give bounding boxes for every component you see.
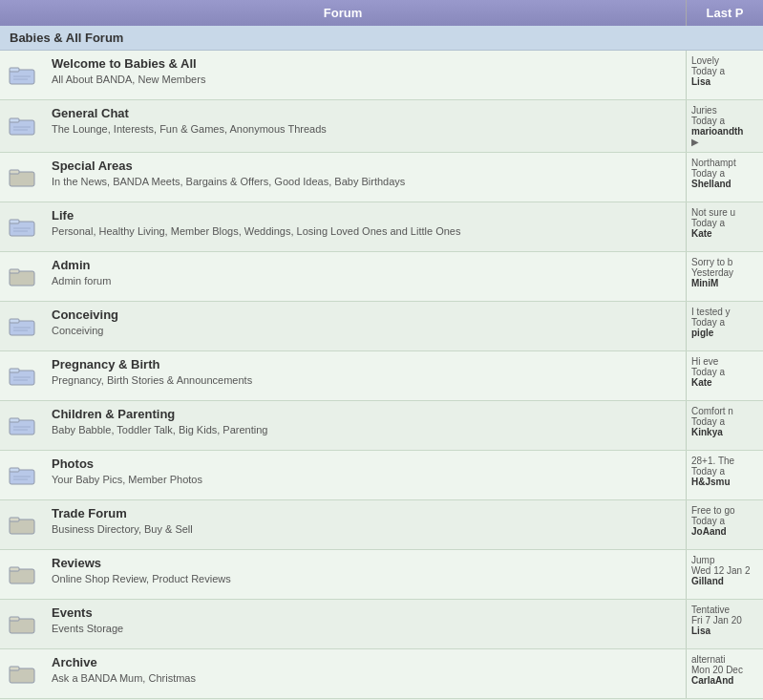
forum-title-photos[interactable]: Photos <box>52 456 678 471</box>
last-post-date: Today a <box>691 416 758 427</box>
last-post-date: Fri 7 Jan 20 <box>691 615 758 626</box>
forum-link-admin[interactable]: Admin <box>52 258 90 272</box>
forum-last-children-parenting: Comfort n Today a Kinkya <box>687 401 763 450</box>
forum-link-general-chat[interactable]: General Chat <box>52 106 129 120</box>
folder-icon <box>9 465 35 486</box>
forum-link-reviews[interactable]: Reviews <box>52 556 101 570</box>
forum-content-special-areas: Special AreasIn the News, BANDA Meets, B… <box>44 153 687 202</box>
last-post-user: Kate <box>691 228 758 239</box>
last-post-date: Today a <box>691 168 758 179</box>
forum-link-children-parenting[interactable]: Children & Parenting <box>52 407 175 421</box>
forum-last-admin: Sorry to b Yesterday MiniM <box>687 252 763 301</box>
forum-last-photos: 28+1. The Today a H&Jsmu <box>687 451 763 499</box>
forum-last-reviews: Jump Wed 12 Jan 2 Gilland <box>687 550 763 599</box>
forum-link-trade-forum[interactable]: Trade Forum <box>52 506 127 520</box>
last-post-user: CarlaAnd <box>691 675 758 686</box>
forum-desc-conceiving: Conceiving <box>52 324 678 338</box>
folder-icon <box>9 316 35 337</box>
forum-content-events: EventsEvents Storage <box>44 600 687 648</box>
forum-icon-welcome <box>0 51 44 99</box>
folder-icon <box>9 366 35 387</box>
last-post-text: Hi eve <box>691 356 758 367</box>
last-post-user: MiniM <box>691 278 758 288</box>
last-post-date: Today a <box>691 466 758 477</box>
svg-rect-17 <box>10 319 19 323</box>
forum-icon-pregnancy-birth <box>0 351 44 400</box>
forum-link-conceiving[interactable]: Conceiving <box>52 308 118 322</box>
last-post-date: Today a <box>691 516 758 526</box>
forum-desc-life: Personal, Healthy Living, Member Blogs, … <box>52 224 678 239</box>
last-post-text: Northampt <box>691 158 758 168</box>
last-post-user: Lisa <box>691 76 758 87</box>
forum-desc-pregnancy-birth: Pregnancy, Birth Stories & Announcements <box>52 373 678 388</box>
forum-content-reviews: ReviewsOnline Shop Review, Product Revie… <box>44 550 687 599</box>
forum-row-trade-forum: Trade ForumBusiness Directory, Buy & Sel… <box>0 500 763 550</box>
forum-title-conceiving[interactable]: Conceiving <box>52 308 678 322</box>
forum-last-conceiving: I tested y Today a pigle <box>687 302 763 350</box>
forum-content-pregnancy-birth: Pregnancy & BirthPregnancy, Birth Storie… <box>44 351 687 400</box>
forum-link-special-areas[interactable]: Special Areas <box>52 159 133 173</box>
forum-title-pregnancy-birth[interactable]: Pregnancy & Birth <box>52 357 678 371</box>
forum-title-special-areas[interactable]: Special Areas <box>52 159 678 173</box>
folder-icon <box>9 515 35 536</box>
forum-row-events: EventsEvents Storage Tentative Fri 7 Jan… <box>0 600 763 649</box>
forum-content-general-chat: General ChatThe Lounge, Interests, Fun &… <box>44 100 687 152</box>
folder-icon <box>9 65 35 86</box>
forum-content-conceiving: ConceivingConceiving <box>44 302 687 350</box>
forum-desc-trade-forum: Business Directory, Buy & Sell <box>52 522 678 537</box>
forum-last-events: Tentative Fri 7 Jan 20 Lisa <box>687 600 763 648</box>
forum-icon-photos <box>0 451 44 499</box>
last-post-date: Today a <box>691 317 758 328</box>
forum-link-photos[interactable]: Photos <box>52 456 94 471</box>
forum-title-children-parenting[interactable]: Children & Parenting <box>52 407 678 421</box>
forum-desc-general-chat: The Lounge, Interests, Fun & Games, Anon… <box>52 122 678 137</box>
forum-row-children-parenting: Children & ParentingBaby Babble, Toddler… <box>0 401 763 451</box>
forum-link-pregnancy-birth[interactable]: Pregnancy & Birth <box>52 357 159 371</box>
last-post-date: Today a <box>691 367 758 377</box>
forum-title-life[interactable]: Life <box>52 208 678 223</box>
forum-title-welcome[interactable]: Welcome to Babies & All <box>52 56 678 71</box>
forum-icon-life <box>0 202 44 251</box>
folder-icon <box>9 564 35 585</box>
forum-icon-archive <box>0 649 44 698</box>
forum-link-life[interactable]: Life <box>52 208 74 223</box>
forum-link-archive[interactable]: Archive <box>52 655 97 669</box>
forum-link-events[interactable]: Events <box>52 605 93 620</box>
svg-rect-37 <box>10 617 19 621</box>
forum-title-admin[interactable]: Admin <box>52 258 678 272</box>
svg-rect-21 <box>10 369 19 372</box>
last-post-text: Not sure u <box>691 207 758 218</box>
forum-title-reviews[interactable]: Reviews <box>52 556 678 570</box>
forum-desc-admin: Admin forum <box>52 274 678 288</box>
forum-desc-welcome: All About BANDA, New Members <box>52 73 678 87</box>
last-post-user: Kate <box>691 377 758 388</box>
forum-title-events[interactable]: Events <box>52 605 678 620</box>
forum-row-welcome: Welcome to Babies & AllAll About BANDA, … <box>0 51 763 100</box>
forum-title-general-chat[interactable]: General Chat <box>52 106 678 120</box>
forum-last-life: Not sure u Today a Kate <box>687 202 763 251</box>
last-post-user: JoAand <box>691 526 758 537</box>
forum-last-pregnancy-birth: Hi eve Today a Kate <box>687 351 763 400</box>
forum-desc-archive: Ask a BANDA Mum, Christmas <box>52 671 678 686</box>
forum-icon-children-parenting <box>0 401 44 450</box>
svg-rect-33 <box>10 518 19 521</box>
arrow-icon: ▶ <box>691 137 758 147</box>
svg-rect-35 <box>10 567 19 571</box>
svg-rect-5 <box>10 118 19 122</box>
last-post-text: I tested y <box>691 307 758 317</box>
forum-title-archive[interactable]: Archive <box>52 655 678 669</box>
folder-icon <box>9 116 35 137</box>
forum-row-pregnancy-birth: Pregnancy & BirthPregnancy, Birth Storie… <box>0 351 763 401</box>
last-post-user: Kinkya <box>691 427 758 437</box>
forum-row-archive: ArchiveAsk a BANDA Mum, Christmas altern… <box>0 649 763 699</box>
forum-content-admin: AdminAdmin forum <box>44 252 687 301</box>
forum-link-welcome[interactable]: Welcome to Babies & All <box>52 56 197 71</box>
last-post-text: alternati <box>691 654 758 665</box>
section-title: Babies & All Forum <box>10 31 753 45</box>
folder-icon <box>9 217 35 238</box>
forum-title-trade-forum[interactable]: Trade Forum <box>52 506 678 520</box>
section-header: Babies & All Forum <box>0 26 763 51</box>
forum-content-archive: ArchiveAsk a BANDA Mum, Christmas <box>44 649 687 698</box>
forum-icon-trade-forum <box>0 500 44 549</box>
forum-icon-conceiving <box>0 302 44 350</box>
